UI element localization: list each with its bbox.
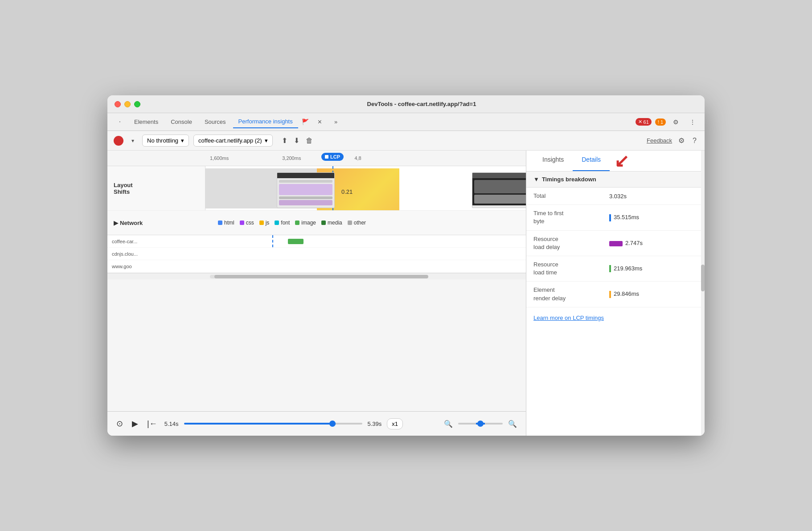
timeline-ruler: 1,600ms 3,200ms 4,8 LCP bbox=[107, 151, 526, 166]
zoom-controls: 🔍 🔍 bbox=[442, 418, 519, 430]
tracks-area[interactable]: LayoutShifts 0.21 bbox=[107, 166, 526, 411]
insights-section: ▼ Timings breakdown Total 3.032s Time to… bbox=[526, 172, 705, 328]
html-dot bbox=[218, 221, 222, 225]
horizontal-scroll-track[interactable] bbox=[210, 275, 423, 278]
warning-badge[interactable]: ! 1 bbox=[655, 118, 666, 126]
tab-console[interactable]: Console bbox=[165, 116, 197, 128]
metric-label-erd: Elementrender delay bbox=[533, 286, 605, 302]
feedback-button[interactable]: Feedback bbox=[647, 137, 672, 144]
warning-icon: ! bbox=[658, 119, 659, 125]
zoom-in-icon[interactable]: 🔍 bbox=[506, 418, 519, 430]
settings-icon[interactable]: ⚙ bbox=[669, 117, 682, 127]
network-row-0[interactable]: coffee-car... bbox=[107, 235, 526, 248]
settings-gear-icon[interactable]: ⚙ bbox=[677, 135, 686, 147]
tab-elements[interactable]: Elements bbox=[129, 116, 164, 128]
tab-insights[interactable]: Insights bbox=[533, 151, 573, 171]
metric-label-total: Total bbox=[533, 192, 605, 200]
legend-image: image bbox=[295, 220, 316, 226]
thumbnails-row bbox=[277, 172, 396, 208]
legend-html: html bbox=[218, 220, 234, 226]
dropdown-arrow[interactable]: ▾ bbox=[128, 136, 138, 146]
metric-row-ttfb: Time to firstbyte 35.515ms bbox=[526, 205, 705, 230]
metric-value-erd: 29.846ms bbox=[609, 290, 639, 298]
metric-label-rlt: Resourceload time bbox=[533, 261, 605, 277]
tab-bar: ⬝ Elements Console Sources Performance i… bbox=[107, 113, 705, 131]
network-row-1[interactable]: cdnjs.clou... bbox=[107, 248, 526, 260]
other-dot bbox=[348, 221, 352, 225]
thumb-header-2 bbox=[472, 173, 526, 178]
network-row-2[interactable]: www.goo bbox=[107, 260, 526, 273]
record-button[interactable] bbox=[114, 136, 123, 146]
network-row-label-0: coffee-car... bbox=[107, 239, 170, 244]
upload-icon[interactable]: ⬆ bbox=[280, 135, 289, 147]
help-icon[interactable]: ? bbox=[691, 135, 698, 147]
timeline-panel: 1,600ms 3,200ms 4,8 LCP LayoutShifts bbox=[107, 151, 526, 436]
network-row-label-2: www.goo bbox=[107, 264, 170, 269]
tab-details[interactable]: Details bbox=[573, 151, 610, 171]
red-arrow-icon: ↙ bbox=[614, 151, 629, 171]
horizontal-scroll-thumb[interactable] bbox=[214, 275, 428, 278]
error-badge[interactable]: ✕ 61 bbox=[636, 118, 652, 126]
devtools-window: DevTools - coffee-cart.netlify.app/?ad=1… bbox=[107, 95, 705, 436]
throttling-chevron-icon: ▾ bbox=[181, 137, 184, 144]
network-row-bar-0 bbox=[170, 235, 526, 247]
tab-close-icon[interactable]: × bbox=[312, 115, 327, 129]
timings-breakdown-header[interactable]: ▼ Timings breakdown bbox=[526, 172, 705, 188]
insights-tabs: Insights Details ↙ bbox=[526, 151, 705, 172]
play-button[interactable]: ▶ bbox=[130, 417, 140, 430]
download-icon[interactable]: ⬇ bbox=[292, 135, 301, 147]
network-row-bar-1 bbox=[170, 248, 526, 260]
horizontal-scroll-area[interactable] bbox=[107, 273, 526, 279]
thumb-header-1 bbox=[277, 173, 334, 178]
tab-more[interactable]: » bbox=[329, 116, 343, 128]
zoom-thumb[interactable] bbox=[477, 421, 484, 427]
maximize-button[interactable] bbox=[134, 101, 140, 107]
bar-coffee-car bbox=[288, 239, 303, 244]
metric-label-ttfb: Time to firstbyte bbox=[533, 209, 605, 225]
metric-row-erd: Elementrender delay 29.846ms bbox=[526, 282, 705, 307]
tab-performance-insights[interactable]: Performance insights bbox=[233, 115, 298, 128]
legend-css: css bbox=[240, 220, 254, 226]
toolbar: ▾ No throttling ▾ coffee-cart.netlify.ap… bbox=[107, 131, 705, 151]
tab-cursor-icon[interactable]: ⬝ bbox=[113, 116, 127, 128]
main-content: 1,600ms 3,200ms 4,8 LCP LayoutShifts bbox=[107, 151, 705, 436]
first-frame-icon[interactable]: |← bbox=[145, 417, 159, 430]
tab-sources[interactable]: Sources bbox=[199, 116, 231, 128]
zoom-out-icon[interactable]: 🔍 bbox=[442, 418, 455, 430]
css-dot bbox=[240, 221, 244, 225]
zoom-slider[interactable] bbox=[458, 423, 503, 425]
screenshot-toggle-icon[interactable]: ⊙ bbox=[115, 417, 125, 430]
delete-icon[interactable]: 🗑 bbox=[304, 135, 315, 147]
right-scrollbar-thumb[interactable] bbox=[701, 265, 705, 291]
network-label[interactable]: ▶ Network bbox=[114, 220, 212, 226]
insights-panel: Insights Details ↙ ▼ Timings breakdown T… bbox=[526, 151, 705, 436]
right-scrollbar[interactable] bbox=[701, 151, 705, 436]
red-arrow-annotation: ↙ bbox=[614, 151, 629, 171]
window-title: DevTools - coffee-cart.netlify.app/?ad=1 bbox=[146, 101, 697, 107]
close-button[interactable] bbox=[115, 101, 121, 107]
traffic-lights bbox=[115, 101, 140, 107]
thumbnail-1[interactable] bbox=[277, 172, 335, 208]
network-track-header: ▶ Network html css bbox=[107, 211, 526, 273]
target-dropdown[interactable]: coffee-cart.netlify.app (2) ▾ bbox=[193, 135, 273, 147]
section-header-label: Timings breakdown bbox=[542, 176, 596, 183]
font-dot bbox=[275, 221, 279, 225]
tab-bar-right-icons: ✕ 61 ! 1 ⚙ ⋮ bbox=[636, 117, 699, 127]
learn-more-link[interactable]: Learn more on LCP timings bbox=[526, 307, 705, 328]
more-options-icon[interactable]: ⋮ bbox=[686, 117, 699, 127]
target-label: coffee-cart.netlify.app (2) bbox=[198, 137, 262, 144]
legend-js: js bbox=[259, 220, 270, 226]
network-rows: coffee-car... cdnjs.clou... www.goo bbox=[107, 235, 526, 273]
throttling-dropdown[interactable]: No throttling ▾ bbox=[142, 135, 189, 147]
zoom-level[interactable]: x1 bbox=[387, 418, 403, 429]
network-row-bar-2 bbox=[170, 260, 526, 272]
title-bar: DevTools - coffee-cart.netlify.app/?ad=1 bbox=[107, 95, 705, 113]
metric-value-rlt: 219.963ms bbox=[609, 265, 642, 273]
metric-value-ttfb: 35.515ms bbox=[609, 214, 639, 221]
toolbar-icons: ⬆ ⬇ 🗑 bbox=[280, 135, 315, 147]
slider-thumb[interactable] bbox=[329, 421, 336, 427]
thumbnail-2[interactable] bbox=[472, 172, 526, 208]
minimize-button[interactable] bbox=[124, 101, 131, 107]
metric-value-rld: 2.747s bbox=[609, 240, 643, 246]
timeline-slider[interactable] bbox=[184, 423, 362, 425]
